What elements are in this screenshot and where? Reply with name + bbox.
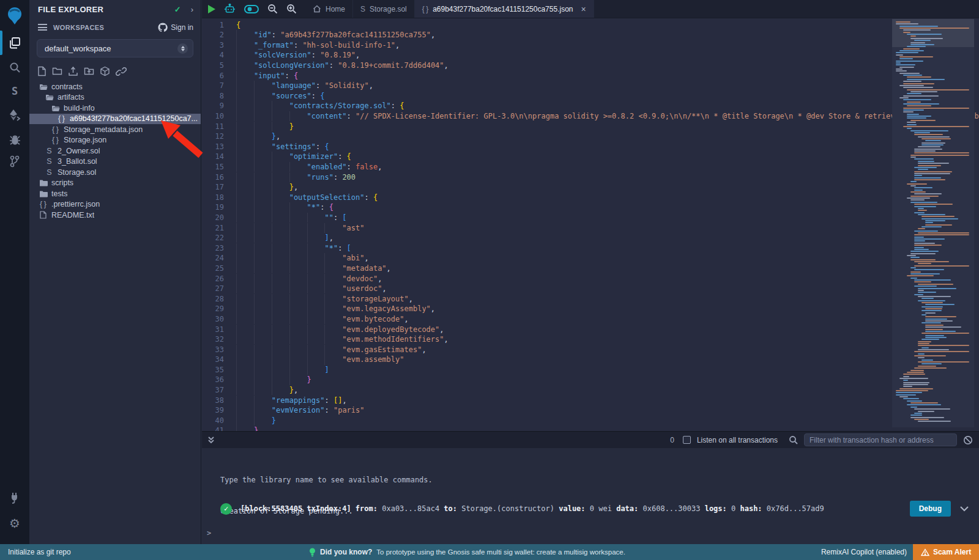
- collapse-terminal-icon[interactable]: [207, 436, 215, 444]
- ai-copilot-icon[interactable]: [224, 4, 236, 15]
- minimap[interactable]: [892, 19, 974, 427]
- tree-item-storage-sol[interactable]: SStorage.sol: [29, 167, 201, 178]
- remix-logo-icon[interactable]: [0, 4, 29, 28]
- zoom-in-icon[interactable]: [286, 4, 297, 14]
- code-line[interactable]: 3"_format": "hh-sol-build-info-1",: [202, 40, 979, 51]
- terminal-body[interactable]: Type the library name to see available c…: [202, 448, 979, 543]
- code-line[interactable]: 16"runs": 200: [202, 172, 979, 183]
- indent-guide: [254, 405, 272, 415]
- git-init-button[interactable]: Initialize as git repo: [0, 548, 71, 556]
- file-explorer-icon[interactable]: [0, 32, 29, 54]
- tab-storage-sol[interactable]: SStorage.sol: [353, 0, 415, 18]
- code-line[interactable]: 6"input": {: [202, 71, 979, 81]
- code-line[interactable]: 10"content": "// SPDX-License-Identifier…: [202, 111, 979, 122]
- code-line[interactable]: 20"": [: [202, 213, 979, 223]
- code-line[interactable]: 36}: [202, 375, 979, 385]
- run-script-button[interactable]: [208, 5, 215, 13]
- transaction-filter-input[interactable]: [804, 433, 957, 446]
- tree-item-tests[interactable]: tests: [29, 188, 201, 199]
- code-line[interactable]: 14"optimizer": {: [202, 152, 979, 162]
- code-line[interactable]: 19"*": {: [202, 202, 979, 213]
- indent-guide: [272, 193, 289, 202]
- code-line[interactable]: 17},: [202, 182, 979, 193]
- github-signin-button[interactable]: Sign in: [158, 23, 193, 32]
- code-line[interactable]: 7"language": "Solidity",: [202, 81, 979, 91]
- code-line[interactable]: 1{: [202, 20, 979, 30]
- solidity-compiler-icon[interactable]: S: [0, 80, 29, 102]
- indent-guide: [236, 385, 254, 395]
- code-line[interactable]: 4"solcVersion": "0.8.19",: [202, 50, 979, 61]
- code-line[interactable]: 22],: [202, 233, 979, 243]
- ipfs-import-icon[interactable]: [100, 66, 110, 76]
- upload-file-icon[interactable]: [68, 66, 78, 76]
- upload-folder-icon[interactable]: [84, 67, 94, 76]
- code-line[interactable]: 13"settings": {: [202, 142, 979, 152]
- code-line[interactable]: 9"contracts/Storage.sol": {: [202, 101, 979, 111]
- terminal-prompt[interactable]: >: [207, 529, 211, 537]
- tree-item-artifacts[interactable]: artifacts: [29, 92, 201, 103]
- clear-console-icon[interactable]: [963, 435, 973, 445]
- code-line[interactable]: 35]: [202, 365, 979, 375]
- code-line[interactable]: 41},: [202, 426, 979, 431]
- expand-panel-icon[interactable]: ›: [191, 5, 193, 14]
- code-line[interactable]: 37},: [202, 385, 979, 396]
- source-control-icon[interactable]: [0, 150, 29, 172]
- code-line[interactable]: 27"userdoc",: [202, 284, 979, 294]
- code-line[interactable]: 25"metadata",: [202, 263, 979, 274]
- code-line[interactable]: 29"evm.legacyAssembly",: [202, 304, 979, 314]
- tree-item-storage-metadata-json[interactable]: { }Storage_metadata.json: [29, 124, 201, 135]
- zoom-out-icon[interactable]: [267, 4, 278, 14]
- deploy-run-icon[interactable]: [0, 104, 29, 126]
- scam-alert-button[interactable]: Scam Alert: [913, 544, 979, 560]
- tx-expand-icon[interactable]: [959, 506, 969, 512]
- plugin-manager-icon[interactable]: [0, 487, 29, 509]
- link-import-icon[interactable]: [116, 67, 127, 76]
- code-line[interactable]: 11}: [202, 122, 979, 132]
- listen-all-checkbox[interactable]: [683, 436, 691, 444]
- tree-item-3-ballot-sol[interactable]: S3_Ballot.sol: [29, 157, 201, 168]
- code-line[interactable]: 40}: [202, 416, 979, 426]
- copilot-toggle-icon[interactable]: [244, 5, 259, 13]
- debug-button[interactable]: Debug: [910, 501, 951, 517]
- new-folder-icon[interactable]: [52, 67, 62, 76]
- debugger-icon[interactable]: [0, 128, 29, 150]
- code-line[interactable]: 28"storageLayout",: [202, 294, 979, 304]
- tree-item-storage-json[interactable]: { }Storage.json: [29, 135, 201, 146]
- copilot-status[interactable]: RemixAI Copilot (enabled): [821, 548, 907, 556]
- transaction-log-row[interactable]: ✓ [block:5583405 txIndex:4] from: 0xa03.…: [220, 501, 969, 517]
- tree-item-2-owner-sol[interactable]: S2_Owner.sol: [29, 146, 201, 157]
- code-line[interactable]: 5"solcLongVersion": "0.8.19+commit.7dd6d…: [202, 61, 979, 71]
- code-line[interactable]: 31"evm.deployedBytecode",: [202, 325, 979, 335]
- code-line[interactable]: 32"evm.methodIdentifiers",: [202, 334, 979, 345]
- indent-guide: [289, 253, 307, 263]
- settings-icon[interactable]: ⚙: [0, 512, 29, 534]
- close-tab-icon[interactable]: ×: [581, 4, 586, 14]
- code-line[interactable]: 30"evm.bytecode",: [202, 314, 979, 325]
- code-line[interactable]: 24"abi",: [202, 253, 979, 263]
- code-line[interactable]: 34"evm.assembly": [202, 355, 979, 365]
- code-line[interactable]: 8"sources": {: [202, 91, 979, 101]
- tree-item-a69b43f277ba20fcac141151250ca7-[interactable]: { }a69b43f277ba20fcac141151250ca7...: [29, 114, 201, 125]
- code-line[interactable]: 15"enabled": false,: [202, 162, 979, 172]
- search-icon[interactable]: [0, 56, 29, 78]
- workspace-select[interactable]: default_workspace: [37, 39, 193, 57]
- code-line[interactable]: 38"remappings": [],: [202, 396, 979, 406]
- code-line[interactable]: 18"outputSelection": {: [202, 193, 979, 203]
- tree-item-scripts[interactable]: scripts: [29, 178, 201, 189]
- new-file-icon[interactable]: [37, 66, 47, 76]
- code-line[interactable]: 23"*": [: [202, 243, 979, 254]
- tab-a69b43f277ba20fcac141151250ca755-json[interactable]: { }a69b43f277ba20fcac141151250ca755.json…: [415, 0, 594, 18]
- code-line[interactable]: 21"ast": [202, 223, 979, 234]
- code-line[interactable]: 12},: [202, 131, 979, 142]
- code-line[interactable]: 33"evm.gasEstimates",: [202, 345, 979, 355]
- workspace-menu-icon[interactable]: [38, 24, 47, 31]
- tree-item-readme-txt[interactable]: README.txt: [29, 210, 201, 221]
- code-line[interactable]: 26"devdoc",: [202, 274, 979, 284]
- tree-item--prettierrc-json[interactable]: { }.prettierrc.json: [29, 199, 201, 210]
- tree-item-contracts[interactable]: contracts: [29, 81, 201, 92]
- code-line[interactable]: 2"id": "a69b43f277ba20fcac141151250ca755…: [202, 30, 979, 40]
- tab-home[interactable]: Home: [305, 0, 353, 18]
- tree-item-build-info[interactable]: build-info: [29, 103, 201, 114]
- code-line[interactable]: 39"evmVersion": "paris": [202, 405, 979, 416]
- code-editor[interactable]: 1{2"id": "a69b43f277ba20fcac141151250ca7…: [202, 19, 979, 431]
